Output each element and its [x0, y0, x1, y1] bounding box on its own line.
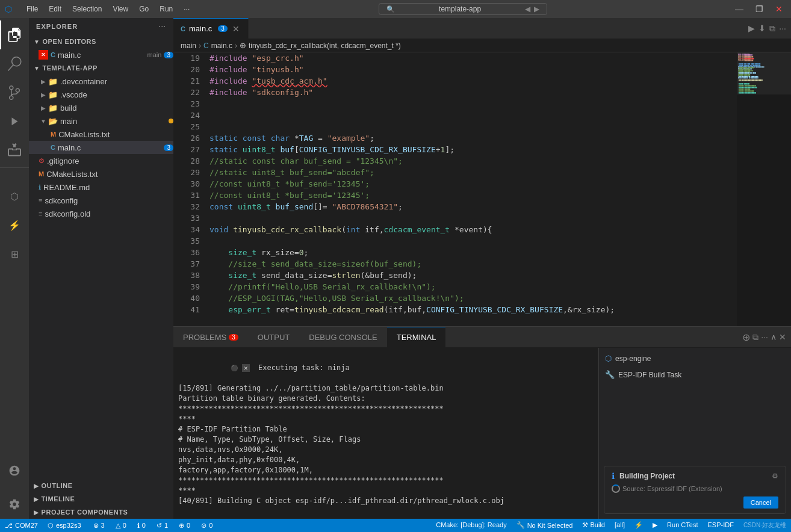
- maximize-button[interactable]: ❐: [752, 3, 767, 15]
- code-line: size_t send_data_size=strlen(&buf_send);: [209, 270, 732, 281]
- status-play2[interactable]: ▶: [648, 521, 662, 529]
- panel-split-icon[interactable]: ⧉: [752, 332, 758, 342]
- panel-chevron-up-icon[interactable]: ∧: [771, 332, 777, 342]
- notification-settings-icon[interactable]: ⚙: [772, 472, 778, 480]
- tree-build[interactable]: ▶ 📁 build: [29, 101, 173, 114]
- menu-file[interactable]: File: [22, 4, 43, 14]
- status-play1[interactable]: ⚡: [630, 521, 648, 529]
- nav-forward[interactable]: ▶: [534, 5, 539, 13]
- code-line: //static uint8_t buf_send="abcdef";: [209, 167, 732, 178]
- tab-main-c[interactable]: C main.c 3 ✕: [173, 18, 249, 39]
- status-kit[interactable]: 🔧 No Kit Selected: [512, 521, 578, 529]
- status-esp-idf[interactable]: ESP-IDF: [703, 521, 738, 528]
- c-file-icon: C: [51, 144, 55, 151]
- menu-view[interactable]: View: [108, 4, 133, 14]
- activity-settings[interactable]: [0, 490, 29, 519]
- tree-vscode[interactable]: ▶ 📁 .vscode: [29, 88, 173, 101]
- tree-sdkconfig[interactable]: ≡ sdkconfig: [29, 194, 173, 207]
- status-remote[interactable]: ⎇ COM27: [0, 519, 43, 532]
- section-timeline[interactable]: ▶ TIMELINE: [29, 492, 173, 506]
- tree-cmakelists-root[interactable]: M CMakeLists.txt: [29, 167, 173, 181]
- breadcrumb-func[interactable]: tinyusb_cdc_rx_callback(int, cdcacm_even…: [249, 42, 401, 50]
- terminal[interactable]: ⚫ ✕ Executing task: ninja [15/891] Gener…: [173, 348, 598, 519]
- code-line: [209, 212, 732, 224]
- activity-accounts[interactable]: [0, 456, 29, 485]
- status-info[interactable]: ℹ 0: [132, 522, 150, 530]
- status-plus[interactable]: ⊕ 0: [174, 522, 195, 530]
- status-minus[interactable]: ⊘ 0: [196, 522, 217, 530]
- status-build[interactable]: ⚒ Build: [577, 521, 610, 529]
- code-editor[interactable]: 1920212223 2425262728 2930313233 3435363…: [173, 52, 737, 326]
- tree-devcontainer[interactable]: ▶ 📁 .devcontainer: [29, 75, 173, 88]
- open-editor-main-c[interactable]: ✕ C main.c main 3: [29, 48, 173, 61]
- status-warnings[interactable]: △ 0: [111, 522, 131, 530]
- tree-cmakelists-main[interactable]: M CMakeLists.txt: [29, 128, 173, 141]
- code-line: [209, 110, 732, 121]
- sdk-icon: ≡: [39, 197, 42, 204]
- activity-esp[interactable]: ⚡: [0, 211, 29, 240]
- menu-selection[interactable]: Selection: [67, 4, 107, 14]
- tab-problems[interactable]: PROBLEMS 3: [173, 327, 248, 347]
- status-all[interactable]: [all]: [610, 521, 630, 528]
- close-button[interactable]: ✕: [772, 3, 786, 15]
- breadcrumb-root[interactable]: main: [181, 42, 196, 50]
- menu-go[interactable]: Go: [134, 4, 154, 14]
- file-label: CMakeLists.txt: [46, 170, 173, 179]
- code-line: #include "tusb_cdc_acm.h": [209, 75, 732, 87]
- run-action[interactable]: ▶: [748, 23, 755, 33]
- play2-icon: ▶: [653, 521, 657, 529]
- tree-gitignore[interactable]: ⚙ .gitignore: [29, 154, 173, 167]
- tab-terminal[interactable]: TERMINAL: [387, 327, 446, 347]
- cancel-button[interactable]: Cancel: [743, 496, 778, 509]
- close-editor-icon[interactable]: ✕: [39, 50, 48, 60]
- status-run-ctest[interactable]: Run CTest: [662, 521, 703, 528]
- activity-extensions[interactable]: [0, 136, 29, 165]
- save-action[interactable]: ⬇: [758, 23, 766, 33]
- activity-cmake[interactable]: ⬡: [0, 182, 29, 211]
- panel-close-icon[interactable]: ✕: [779, 332, 786, 342]
- tab-output[interactable]: OUTPUT: [248, 327, 299, 347]
- file-label: .gitignore: [47, 156, 173, 165]
- activity-search[interactable]: [0, 49, 29, 78]
- section-template-app[interactable]: ▼ TEMPLATE-APP: [29, 61, 173, 75]
- status-errors[interactable]: ⊗ 3: [88, 522, 110, 530]
- activity-source-control[interactable]: [0, 78, 29, 107]
- tree-main[interactable]: ▼ 📂 main: [29, 114, 173, 128]
- tab-close-button[interactable]: ✕: [231, 24, 241, 34]
- status-bar: ⎇ COM27 ⬡ esp32s3 ⊗ 3 △ 0 ℹ 0 ↺ 1 ⊕ 0 ⊘ …: [0, 519, 791, 532]
- kit-icon: 🔧: [516, 521, 525, 529]
- breadcrumb-file[interactable]: main.c: [211, 42, 232, 50]
- nav-back[interactable]: ◀: [525, 5, 530, 13]
- section-outline[interactable]: ▶ OUTLINE: [29, 479, 173, 492]
- panel-more-icon[interactable]: ···: [761, 332, 768, 342]
- panel-body: ⚫ ✕ Executing task: ninja [15/891] Gener…: [173, 348, 791, 519]
- activity-run[interactable]: [0, 107, 29, 136]
- menu-run[interactable]: Run: [155, 4, 178, 14]
- menu-more[interactable]: ···: [179, 4, 194, 14]
- search-box[interactable]: template-app: [399, 5, 521, 13]
- status-sync[interactable]: ↺ 1: [152, 522, 173, 530]
- minimize-button[interactable]: —: [731, 3, 747, 15]
- tab-debug-console[interactable]: DEBUG CONSOLE: [299, 327, 386, 347]
- tree-main-c[interactable]: C main.c 3: [29, 141, 173, 154]
- tree-sdkconfig-old[interactable]: ≡ sdkconfig.old: [29, 207, 173, 220]
- panel-esp-engine[interactable]: ⬡ esp-engine: [604, 353, 786, 364]
- section-project-components[interactable]: ▶ PROJECT COMPONENTS: [29, 506, 173, 519]
- sync-icon: ↺: [157, 522, 162, 530]
- project-name: TEMPLATE-APP: [42, 64, 97, 72]
- split-action[interactable]: ⧉: [769, 23, 775, 34]
- kit-label: No Kit Selected: [527, 522, 573, 529]
- menu-edit[interactable]: Edit: [44, 4, 66, 14]
- sidebar-actions[interactable]: ···: [159, 23, 166, 30]
- panel-esp-idf-build[interactable]: 🔧 ESP-IDF Build Task: [604, 369, 786, 380]
- add-terminal-icon[interactable]: ⊕: [742, 332, 750, 343]
- activity-explorer[interactable]: [0, 20, 29, 49]
- code-content[interactable]: #include "esp_crc.h" #include "tinyusb.h…: [205, 52, 737, 326]
- more-action[interactable]: ···: [779, 23, 786, 33]
- activity-remote[interactable]: ⊞: [0, 240, 29, 268]
- activity-divider: [0, 167, 29, 179]
- status-cmake-ready[interactable]: CMake: [Debug]: Ready: [431, 521, 511, 528]
- section-open-editors[interactable]: ▼ OPEN EDITORS: [29, 35, 173, 48]
- status-device[interactable]: ⬡ esp32s3: [43, 519, 86, 532]
- tree-readme[interactable]: ℹ README.md: [29, 181, 173, 194]
